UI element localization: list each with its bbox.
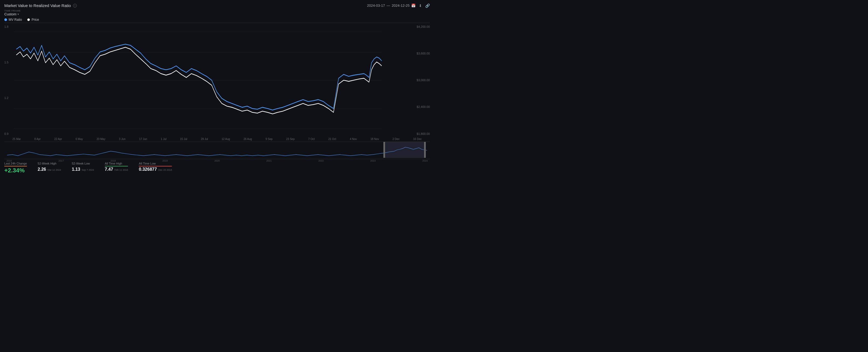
stat-52w-low: 52-Week Low 1.13 Sep 7 2024 [72,162,94,172]
timeframe-wrapper: TIME FRAME Custom ▾ [4,9,430,16]
stat-atl-underline [139,166,172,167]
header: Market Value to Realized Value Ratio i 2… [4,3,430,8]
mini-label-2018: 2018 [111,159,116,162]
timeframe-value: Custom [4,12,17,16]
y-left-3: 1.2 [4,96,12,99]
stat-52w-low-label: 52-Week Low [72,162,94,165]
x-label-11: 26 Aug [244,138,252,141]
stat-ath: All Time High 7.47 Feb 11 2016 [105,162,128,172]
date-start: 2024-03-17 [367,3,385,7]
timeframe-label: TIME FRAME [4,9,430,12]
x-label-19: 16 Dec [413,138,422,141]
y-right-1: $4,200.00 [411,25,430,28]
legend-item-mv-ratio: MV Ratio [4,18,22,22]
mini-mv-ratio-line [7,147,427,155]
header-right: 2024-03-17 — 2024-12-25 📅 ⬇ 🔗 [367,3,430,8]
timeframe-select[interactable]: Custom ▾ [4,12,430,16]
stat-24h-change: Last 24h Change +2.34% [4,162,27,174]
y-right-5: $1,800.00 [411,132,430,136]
x-label-0: 25 Mar [12,138,21,141]
y-axis-right: $4,200.00 $3,600.00 $3,000.00 $2,400.00 … [411,24,430,137]
legend-dot-white [27,18,30,21]
x-axis: 25 Mar 8 Apr 22 Apr 6 May 20 May 3 Jun 1… [4,137,430,141]
x-label-9: 29 Jul [201,138,208,141]
y-right-4: $2,400.00 [411,105,430,109]
mini-label-2019: 2019 [162,159,168,162]
stat-24h-value: +2.34% [4,167,27,174]
date-range: 2024-03-17 — 2024-12-25 📅 [367,3,415,7]
svg-rect-6 [383,142,385,158]
stat-52w-low-value: 1.13 [72,167,80,172]
stat-52w-high: 52-Week High 2.26 Mar 12 2024 [38,162,61,172]
legend-row: MV Ratio Price [4,18,430,23]
link-icon[interactable]: 🔗 [425,3,430,8]
main-chart-svg [4,24,430,137]
stat-ath-label: All Time High [105,162,128,165]
stat-52w-high-date: Mar 12 2024 [48,169,61,171]
y-left-4: 0.9 [4,132,12,136]
chart-svg-container: 1.8 1.5 1.2 0.9 $4,200.00 $3,600.00 $3,0… [4,24,430,137]
x-label-10: 12 Aug [221,138,230,141]
x-label-1: 8 Apr [34,138,41,141]
stat-ath-date: Feb 11 2016 [115,169,128,171]
mini-chart: 2016 2017 2018 2019 2020 2021 2022 2023 … [4,142,430,158]
mini-chart-svg [4,142,430,158]
mini-label-2023: 2023 [370,159,376,162]
mini-label-2022: 2022 [318,159,324,162]
svg-rect-7 [424,142,426,158]
x-label-5: 3 Jun [119,138,125,141]
y-right-2: $3,600.00 [411,52,430,55]
legend-item-price: Price [27,18,39,22]
x-label-6: 17 Jun [139,138,147,141]
chart-area: 1.8 1.5 1.2 0.9 $4,200.00 $3,600.00 $3,0… [4,24,430,174]
legend-label-mv-ratio: MV Ratio [9,18,22,22]
x-label-7: 1 Jul [161,138,166,141]
svg-rect-5 [383,142,426,158]
stat-52w-low-date: Sep 7 2024 [82,169,94,171]
x-label-2: 22 Apr [54,138,62,141]
mini-label-2020: 2020 [214,159,220,162]
chevron-down-icon: ▾ [18,13,19,16]
x-label-17: 18 Nov [370,138,379,141]
x-label-12: 9 Sep [266,138,273,141]
x-label-8: 15 Jul [180,138,187,141]
x-label-15: 21 Oct [328,138,336,141]
stat-24h-label: Last 24h Change [4,162,27,165]
stat-atl: All Time Low 0.326877 Dec 15 2018 [139,162,172,172]
stat-52w-high-value: 2.26 [38,167,46,172]
x-label-3: 6 May [76,138,83,141]
stat-atl-label: All Time Low [139,162,172,165]
y-right-3: $3,000.00 [411,79,430,82]
mini-label-2016: 2016 [6,159,12,162]
stat-ath-underline [105,166,128,167]
y-left-2: 1.5 [4,61,12,64]
y-axis-left: 1.8 1.5 1.2 0.9 [4,24,12,137]
x-label-14: 7 Oct [308,138,315,141]
mini-label-2017: 2017 [59,159,64,162]
x-label-13: 23 Sep [286,138,295,141]
stat-atl-date: Dec 15 2018 [158,169,172,171]
x-label-4: 20 May [96,138,105,141]
stat-atl-value: 0.326877 [139,167,157,172]
date-end: 2024-12-25 [392,3,410,7]
mini-labels: 2016 2017 2018 2019 2020 2021 2022 2023 … [4,159,430,162]
mini-label-2024: 2024 [422,159,428,162]
stat-24h-underline [4,166,27,167]
y-left-1: 1.8 [4,25,12,28]
main-chart: 1.8 1.5 1.2 0.9 $4,200.00 $3,600.00 $3,0… [4,24,430,137]
legend-dot-blue [4,18,7,21]
stat-52w-high-label: 52-Week High [38,162,61,165]
mini-label-2021: 2021 [266,159,272,162]
download-icon[interactable]: ⬇ [419,3,422,8]
x-label-16: 4 Nov [350,138,357,141]
calendar-icon[interactable]: 📅 [411,3,415,7]
stat-ath-value: 7.47 [105,167,113,172]
main-container: Market Value to Realized Value Ratio i 2… [0,0,434,176]
page-title: Market Value to Realized Value Ratio [4,3,71,8]
legend-label-price: Price [32,18,39,22]
info-icon[interactable]: i [73,4,77,7]
x-label-18: 2 Dec [393,138,400,141]
date-separator: — [387,3,390,7]
title-row: Market Value to Realized Value Ratio i [4,3,77,8]
